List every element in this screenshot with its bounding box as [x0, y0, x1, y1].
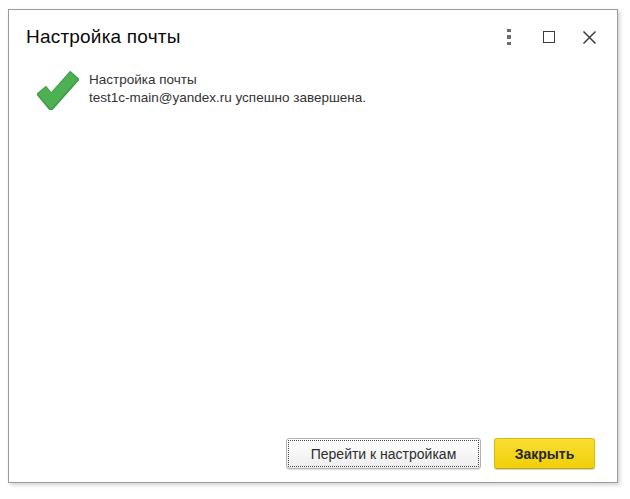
success-check-icon [37, 70, 79, 110]
close-window-button[interactable] [581, 28, 597, 46]
page-title: Настройка почты [26, 26, 501, 48]
go-to-settings-button[interactable]: Перейти к настройкам [286, 438, 481, 469]
footer-button-bar: Перейти к настройкам Закрыть [286, 438, 595, 469]
kebab-menu-icon [507, 29, 511, 46]
close-button[interactable]: Закрыть [494, 438, 595, 469]
status-message: Настройка почты test1c-main@yandex.ru ус… [89, 71, 366, 107]
close-icon [582, 30, 597, 45]
mail-setup-dialog: Настройка почты Настройка почты [8, 9, 618, 483]
kebab-menu-button[interactable] [501, 28, 517, 46]
titlebar: Настройка почты [9, 10, 617, 60]
maximize-button[interactable] [541, 28, 557, 46]
status-message-line1: Настройка почты [89, 71, 366, 89]
maximize-icon [543, 31, 555, 43]
window-controls [501, 28, 597, 46]
status-message-line2: test1c-main@yandex.ru успешно завершена. [89, 89, 366, 107]
message-area: Настройка почты test1c-main@yandex.ru ус… [9, 60, 617, 110]
